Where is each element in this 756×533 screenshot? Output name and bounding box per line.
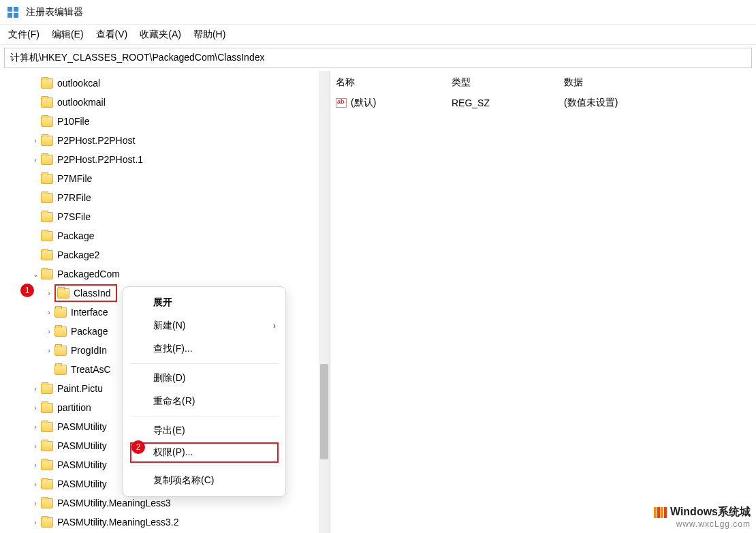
ctx-separator (130, 466, 279, 466)
address-bar[interactable]: 计算机\HKEY_CLASSES_ROOT\PackagedCom\ClassI… (4, 48, 752, 68)
tree-item[interactable]: ›P7MFile (3, 169, 330, 188)
ctx-copy-key-name[interactable]: 复制项名称(C) (123, 469, 285, 492)
tree-item-label: P2PHost.P2PHost.1 (57, 154, 143, 165)
tree-item[interactable]: ›P7RFile (3, 188, 330, 207)
tree-item-label: P7RFile (57, 192, 91, 203)
tree-item[interactable]: ›P2PHost.P2PHost (3, 131, 330, 150)
tree-item-label: Interface (71, 307, 108, 318)
expand-icon[interactable]: › (30, 442, 41, 450)
expand-icon[interactable]: › (30, 403, 41, 412)
tree-item[interactable]: ›outlookcal (3, 74, 330, 93)
menu-view[interactable]: 查看(V) (96, 29, 128, 41)
tree-item-label: PASMUtility (57, 440, 107, 451)
expand-icon[interactable]: › (44, 308, 54, 316)
menu-file[interactable]: 文件(F) (8, 29, 40, 41)
titlebar: 注册表编辑器 (0, 0, 756, 25)
folder-icon (41, 517, 53, 528)
folder-icon (41, 117, 53, 127)
tree-item-label: Paint.Pictu (57, 383, 103, 394)
tree-item-label: partition (57, 402, 91, 413)
context-menu: 展开 新建(N)› 查找(F)... 删除(D) 重命名(R) 导出(E) 权限… (123, 286, 286, 497)
tree-item-label: P2PHost.P2PHost (57, 135, 135, 146)
annotation-badge-1: 1 (20, 284, 34, 297)
ctx-rename[interactable]: 重命名(R) (123, 390, 285, 413)
tree-item[interactable]: ›outlookmail (3, 93, 330, 112)
folder-icon (41, 422, 53, 432)
value-name: (默认) (351, 97, 376, 109)
folder-icon (41, 479, 53, 489)
tree-item[interactable]: ›P2PHost.P2PHost.1 (3, 150, 330, 169)
folder-icon (41, 384, 53, 394)
folder-icon (57, 288, 69, 299)
tree-item[interactable]: ›Package (3, 226, 330, 245)
ctx-permissions[interactable]: 权限(P)... (130, 442, 279, 463)
tree-item-label: outlookmail (57, 97, 106, 108)
tree-item-label: Package (57, 230, 94, 241)
col-header-type[interactable]: 类型 (452, 76, 564, 89)
folder-icon (41, 78, 53, 89)
expand-icon[interactable]: › (30, 384, 41, 393)
expand-icon[interactable]: › (30, 155, 41, 164)
expand-icon[interactable]: › (30, 423, 41, 431)
col-header-data[interactable]: 数据 (564, 76, 583, 89)
ctx-find[interactable]: 查找(F)... (123, 337, 285, 361)
selected-key-highlight: ClassInd (54, 284, 117, 302)
scrollbar-thumb[interactable] (320, 364, 328, 459)
folder-icon (41, 231, 53, 241)
ctx-separator (130, 416, 279, 416)
tree-item[interactable]: ›PASMUtility.MeaningLess3.2 (3, 513, 330, 532)
tree-item[interactable]: ›P10File (3, 112, 330, 131)
expand-icon[interactable]: › (30, 499, 41, 507)
value-type: REG_SZ (452, 97, 564, 108)
values-header: 名称 类型 数据 (336, 72, 751, 93)
tree-item-label: P7MFile (57, 173, 92, 184)
expand-icon[interactable]: › (44, 327, 54, 335)
expand-icon[interactable]: › (30, 518, 41, 526)
tree-item-label: Package (71, 326, 108, 337)
ctx-new[interactable]: 新建(N)› (123, 314, 285, 337)
tree-item-label: PackagedCom (57, 269, 120, 279)
svg-rect-1 (14, 7, 18, 12)
regedit-icon (7, 6, 19, 18)
folder-icon (41, 136, 53, 146)
menu-edit[interactable]: 编辑(E) (52, 29, 84, 41)
folder-icon (41, 269, 53, 279)
tree-item[interactable]: ⌄PackagedCom (3, 264, 330, 284)
ctx-delete[interactable]: 删除(D) (123, 367, 285, 390)
svg-rect-3 (14, 13, 18, 18)
col-header-name[interactable]: 名称 (336, 76, 452, 89)
tree-item-label: PASMUtility.MeaningLess3 (57, 498, 171, 508)
folder-icon (41, 441, 53, 451)
menu-favorites[interactable]: 收藏夹(A) (140, 29, 181, 41)
value-row[interactable]: (默认) REG_SZ (数值未设置) (336, 93, 751, 113)
tree-item[interactable]: ›P7SFile (3, 207, 330, 226)
value-data: (数值未设置) (564, 97, 618, 109)
annotation-badge-2: 2 (131, 440, 145, 454)
tree-item-label: P7SFile (57, 211, 91, 222)
menu-help[interactable]: 帮助(H) (193, 29, 225, 41)
folder-icon (54, 365, 67, 375)
tree-item[interactable]: ›Package2 (3, 245, 330, 264)
folder-icon (54, 307, 67, 318)
watermark-title: Windows系统城 (670, 505, 751, 519)
svg-rect-2 (7, 13, 12, 18)
ctx-expand[interactable]: 展开 (123, 291, 285, 314)
tree-scrollbar[interactable] (319, 71, 330, 533)
watermark-url: www.wxcLgg.com (654, 519, 751, 529)
expand-icon[interactable]: › (30, 136, 41, 144)
expand-icon[interactable]: › (30, 461, 41, 469)
values-panel: 名称 类型 数据 (默认) REG_SZ (数值未设置) (330, 71, 756, 533)
ctx-export[interactable]: 导出(E) (123, 419, 285, 442)
folder-icon (41, 498, 53, 508)
expand-icon[interactable]: › (30, 480, 41, 488)
watermark: Windows系统城 www.wxcLgg.com (654, 505, 751, 529)
folder-icon (41, 403, 53, 413)
collapse-icon[interactable]: ⌄ (30, 270, 41, 279)
folder-icon (41, 460, 53, 470)
menubar: 文件(F) 编辑(E) 查看(V) 收藏夹(A) 帮助(H) (0, 25, 756, 45)
window-title: 注册表编辑器 (26, 6, 83, 18)
tree-item-label: PASMUtility (57, 478, 107, 489)
expand-icon[interactable]: › (44, 346, 54, 354)
expand-icon[interactable]: › (44, 289, 54, 297)
tree-item-label: P10File (57, 116, 89, 127)
